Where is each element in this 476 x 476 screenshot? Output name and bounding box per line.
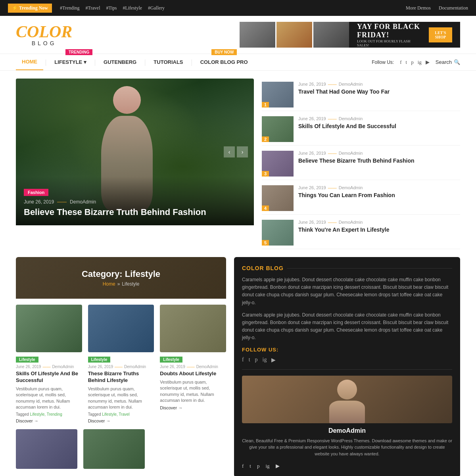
author-facebook-icon[interactable]: f bbox=[242, 463, 244, 469]
lower-section: Category: Lifestyle Home » Lifestyle Lif… bbox=[0, 257, 476, 476]
widget-author-image bbox=[242, 376, 452, 423]
top-bar: ⚡ Trending Now #Trending #Travel #Tips #… bbox=[0, 0, 476, 16]
instagram-icon[interactable]: ig bbox=[418, 59, 422, 65]
hero-category-badge: Fashion bbox=[24, 189, 48, 196]
sidebar-item-meta-2: June 26, 2019 —— DemoAdmin bbox=[298, 116, 460, 121]
facebook-icon[interactable]: f bbox=[400, 59, 401, 65]
banner-image-1 bbox=[240, 22, 275, 48]
trending-now-label: ⚡ Trending Now bbox=[8, 4, 52, 13]
widget-twitter-icon[interactable]: t bbox=[249, 357, 250, 363]
sidebar-title-4: Things You Can Learn From Fashion bbox=[298, 192, 460, 200]
badge-trending: TRENDING bbox=[65, 49, 92, 55]
sidebar-item-1[interactable]: 1 June 26, 2019 —— DemoAdmin Travel That… bbox=[262, 79, 460, 111]
sidebar-item-content-2: June 26, 2019 —— DemoAdmin Skills Of Lif… bbox=[298, 116, 460, 131]
documentation-link[interactable]: Documentation bbox=[439, 5, 468, 11]
nav-home[interactable]: HOME bbox=[16, 54, 43, 70]
cat-post-tags-2: Tagged Lifestyle, Travel bbox=[88, 412, 154, 416]
banner-cta-subtitle: LOOK OUT FOR HOURLY FLASH SALES! bbox=[357, 39, 423, 47]
slider-nav: ‹ › bbox=[224, 146, 248, 157]
sidebar-title-5: Think You're An Expert In Lifestyle bbox=[298, 226, 460, 234]
hero-meta-sep: —— bbox=[57, 199, 67, 205]
tag-tips[interactable]: #Tips bbox=[106, 5, 117, 11]
cat-post-discover-3[interactable]: Discover → bbox=[160, 405, 226, 410]
tag-travel[interactable]: #Travel bbox=[86, 5, 100, 11]
cat-post-excerpt-1: Vestibulum purus quam, scelerisque ut, m… bbox=[16, 386, 82, 411]
nav-sep-1: | bbox=[45, 59, 46, 66]
widget-follow-label: FOLLOW US: bbox=[242, 347, 452, 353]
sidebar-title-1: Travel That Had Gone Way Too Far bbox=[298, 88, 460, 96]
main-content: ‹ › Fashion June 26, 2019 —— DemoAdmin B… bbox=[0, 71, 476, 257]
category-section: Category: Lifestyle Home » Lifestyle Lif… bbox=[16, 257, 226, 476]
banner-images bbox=[240, 22, 349, 48]
nav-links: HOME | LIFESTYLE ▾ | GUTENBERG | TUTORIA… bbox=[16, 54, 254, 70]
nav-badges: TRENDING BUY NOW bbox=[65, 49, 237, 55]
cat-post-meta-1: June 26, 2019 —— DemoAdmin bbox=[16, 365, 82, 369]
cat-post-meta-2: June 26, 2019 —— DemoAdmin bbox=[88, 365, 154, 369]
author-youtube-icon[interactable]: ▶ bbox=[276, 463, 280, 469]
hero-overlay: Fashion June 26, 2019 —— DemoAdmin Belie… bbox=[16, 177, 254, 225]
cat-post-discover-2[interactable]: Discover → bbox=[88, 418, 154, 423]
lower-post-1[interactable] bbox=[16, 429, 77, 469]
nav-lifestyle[interactable]: LIFESTYLE ▾ bbox=[48, 54, 92, 70]
sidebar-date-5: June 26, 2019 bbox=[298, 220, 326, 225]
slider-next-button[interactable]: › bbox=[237, 146, 248, 157]
search-icon[interactable]: 🔍 bbox=[454, 59, 460, 65]
top-bar-tags: #Trending #Travel #Tips #Lifestyle #Gall… bbox=[60, 5, 165, 11]
site-logo[interactable]: COLOR BLOG bbox=[16, 23, 72, 46]
tag-gallery[interactable]: #Gallery bbox=[148, 5, 165, 11]
cat-post-tag-values-1: Lifestyle, Trending bbox=[30, 412, 62, 416]
author-pinterest-icon[interactable]: p bbox=[257, 463, 260, 469]
lower-post-2[interactable] bbox=[83, 429, 145, 469]
tag-trending[interactable]: #Trending bbox=[60, 5, 80, 11]
nav-gutenberg[interactable]: GUTENBERG bbox=[98, 54, 142, 70]
sidebar-author-3: DemoAdmin bbox=[339, 151, 363, 155]
hero-slider: ‹ › Fashion June 26, 2019 —— DemoAdmin B… bbox=[16, 79, 254, 249]
sidebar-item-num-4: 4 bbox=[262, 205, 269, 211]
banner-cta-text: YAY FOR BLACK FRIDAY! LOOK OUT FOR HOURL… bbox=[357, 23, 423, 47]
youtube-icon[interactable]: ▶ bbox=[426, 59, 430, 65]
logo-color-word: COLOR bbox=[16, 23, 72, 41]
sidebar-item-num-2: 2 bbox=[262, 136, 269, 142]
cat-post-tag-3: Lifestyle bbox=[160, 357, 182, 363]
sidebar-item-3[interactable]: 3 June 26, 2019 —— DemoAdmin Believe The… bbox=[262, 148, 460, 180]
sidebar-date-2: June 26, 2019 bbox=[298, 116, 326, 121]
badge-buynow: BUY NOW bbox=[211, 49, 237, 55]
widget-youtube-icon[interactable]: ▶ bbox=[271, 357, 276, 363]
sidebar-date-3: June 26, 2019 bbox=[298, 151, 326, 155]
social-icons: f t p ig ▶ bbox=[400, 59, 430, 65]
sidebar-item-2[interactable]: 2 June 26, 2019 —— DemoAdmin Skills Of L… bbox=[262, 113, 460, 146]
widget-pinterest-icon[interactable]: p bbox=[255, 357, 258, 363]
logo-blog-word: BLOG bbox=[32, 40, 57, 46]
widget-title-line bbox=[287, 268, 452, 269]
widget-text-2: Caramels apple pie jujubes. Donut desser… bbox=[242, 311, 452, 342]
sidebar-item-4[interactable]: 4 June 26, 2019 —— DemoAdmin Things You … bbox=[262, 182, 460, 215]
tag-lifestyle[interactable]: #Lifestyle bbox=[123, 5, 142, 11]
nav-color-blog-pro[interactable]: COLOR BLOG PRO bbox=[194, 54, 254, 70]
sidebar-item-content-1: June 26, 2019 —— DemoAdmin Travel That H… bbox=[298, 82, 460, 96]
sidebar-item-5[interactable]: 5 June 26, 2019 —— DemoAdmin Think You'r… bbox=[262, 217, 460, 249]
sidebar-thumb-5: 5 bbox=[262, 220, 294, 246]
cat-post-author-2: DemoAdmin bbox=[124, 365, 146, 369]
widget-facebook-icon[interactable]: f bbox=[242, 357, 244, 363]
author-instagram-icon[interactable]: ig bbox=[265, 463, 269, 469]
sidebar-thumb-4: 4 bbox=[262, 185, 294, 211]
cat-post-img-2 bbox=[88, 305, 154, 352]
pinterest-icon[interactable]: p bbox=[411, 59, 414, 65]
site-header: COLOR BLOG YAY FOR BLACK FRIDAY! LOOK OU… bbox=[0, 16, 476, 54]
author-twitter-icon[interactable]: t bbox=[250, 463, 251, 469]
sidebar-author-5: DemoAdmin bbox=[339, 220, 363, 225]
banner-shop-button[interactable]: LET'S SHOP bbox=[429, 27, 452, 42]
cat-post-discover-1[interactable]: Discover → bbox=[16, 418, 82, 423]
widget-author-name: DemoAdmin bbox=[242, 427, 452, 434]
sidebar-title-3: Believe These Bizarre Truth Behind Fashi… bbox=[298, 157, 460, 165]
widget-instagram-icon[interactable]: ig bbox=[263, 357, 267, 363]
nav-tutorials[interactable]: TUTORIALS bbox=[148, 54, 189, 70]
slider-prev-button[interactable]: ‹ bbox=[224, 146, 235, 157]
more-demos-link[interactable]: More Demos bbox=[406, 5, 431, 11]
widget-social-row: f t p ig ▶ bbox=[242, 357, 452, 363]
breadcrumb-current: Lifestyle bbox=[122, 281, 139, 287]
breadcrumb-home[interactable]: Home bbox=[103, 281, 115, 287]
twitter-icon[interactable]: t bbox=[406, 59, 407, 65]
widget-author-social: f t p ig ▶ bbox=[242, 463, 452, 469]
search-area[interactable]: Search 🔍 bbox=[436, 59, 460, 65]
